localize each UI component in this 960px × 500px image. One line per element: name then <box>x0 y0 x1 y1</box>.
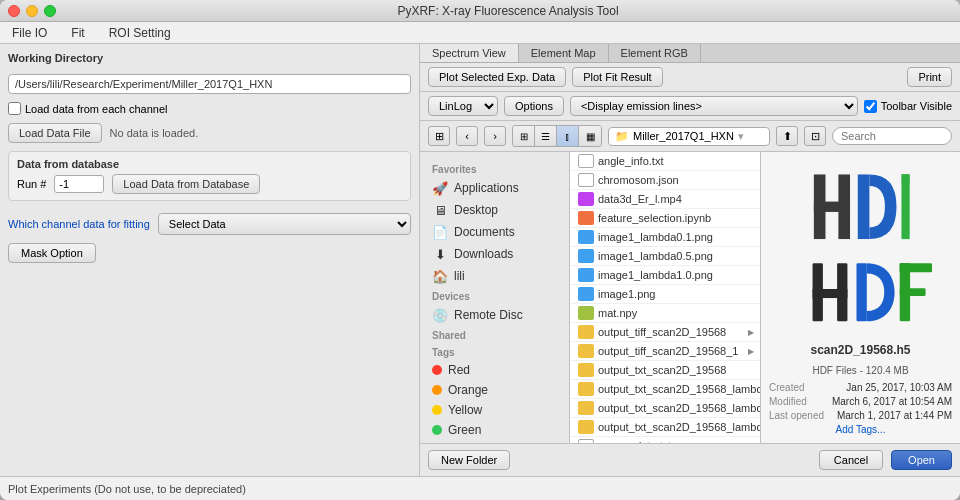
sidebar-item-remote-disc[interactable]: 💿 Remote Disc <box>420 304 569 326</box>
emission-select[interactable]: <Display emission lines> <box>570 96 858 116</box>
mask-option-btn[interactable]: Mask Option <box>8 243 96 263</box>
preview-last-opened-row: Last opened March 1, 2017 at 1:44 PM <box>769 410 952 421</box>
toolbar-visible-checkbox[interactable] <box>864 100 877 113</box>
list-item[interactable]: output_txt_scan2D_19568_lambda0.0 <box>570 380 760 399</box>
list-item[interactable]: param_data.txt <box>570 437 760 443</box>
list-item[interactable]: output_tiff_scan2D_19568_1 <box>570 342 760 361</box>
file-icon <box>578 439 594 443</box>
print-btn[interactable]: Print <box>907 67 952 87</box>
file-dialog: ⊞ ‹ › ⊞ ☰ ⫿ ▦ 📁 Miller_2017Q1_HXN ▾ ⬆ <box>420 121 960 476</box>
sidebar-tag-orange[interactable]: Orange <box>420 380 569 400</box>
file-icon <box>578 192 594 206</box>
search-input[interactable] <box>832 127 952 145</box>
view-buttons: ⊞ ☰ ⫿ ▦ <box>512 125 602 147</box>
list-item[interactable]: output_txt_scan2D_19568_lambda0.1 <box>570 399 760 418</box>
options-btn[interactable]: Options <box>504 96 564 116</box>
sidebar-item-home[interactable]: 🏠 lili <box>420 265 569 287</box>
view-cover-btn[interactable]: ▦ <box>579 126 601 146</box>
view-icon-btn[interactable]: ⊞ <box>513 126 535 146</box>
run-label: Run # <box>17 178 46 190</box>
content-area: Working Directory Load data from each ch… <box>0 44 960 476</box>
preview-info: HDF Files - 120.4 MB Created Jan 25, 201… <box>769 365 952 435</box>
list-item[interactable]: chromosom.json <box>570 171 760 190</box>
location-bar: 📁 Miller_2017Q1_HXN ▾ <box>608 127 770 146</box>
menu-bar: File IO Fit ROI Setting <box>0 22 960 44</box>
file-icon <box>578 382 594 396</box>
load-channel-label: Load data from each channel <box>25 103 168 115</box>
tag-green-dot <box>432 425 442 435</box>
file-icon <box>578 306 594 320</box>
sidebar-desktop-label: Desktop <box>454 203 498 217</box>
nav-back-btn[interactable]: ‹ <box>456 126 478 146</box>
svg-rect-15 <box>899 288 925 296</box>
list-item[interactable]: output_txt_scan2D_19568_lambda0.5 <box>570 418 760 437</box>
list-item[interactable]: image1_lambda0.5.png <box>570 247 760 266</box>
load-db-btn[interactable]: Load Data from Database <box>112 174 260 194</box>
tab-element-map[interactable]: Element Map <box>519 44 609 62</box>
home-icon: 🏠 <box>432 268 448 284</box>
created-value: Jan 25, 2017, 10:03 AM <box>809 382 952 393</box>
file-area: Favorites 🚀 Applications 🖥 Desktop 📄 Doc… <box>420 152 960 443</box>
load-row: Load Data File No data is loaded. <box>8 123 411 143</box>
tag-orange-label: Orange <box>448 383 488 397</box>
load-data-btn[interactable]: Load Data File <box>8 123 102 143</box>
sidebar-item-documents[interactable]: 📄 Documents <box>420 221 569 243</box>
location-arrow: ▾ <box>738 130 744 143</box>
minimize-button[interactable] <box>26 5 38 17</box>
sidebar-item-downloads[interactable]: ⬇ Downloads <box>420 243 569 265</box>
list-item[interactable]: mat.npy <box>570 304 760 323</box>
favorites-label: Favorites <box>420 160 569 177</box>
location-text: Miller_2017Q1_HXN <box>633 130 734 142</box>
applications-icon: 🚀 <box>432 180 448 196</box>
svg-rect-7 <box>901 174 909 239</box>
tab-element-rgb[interactable]: Element RGB <box>609 44 701 62</box>
view-list-btn[interactable]: ☰ <box>535 126 557 146</box>
sidebar-item-applications[interactable]: 🚀 Applications <box>420 177 569 199</box>
cancel-btn[interactable]: Cancel <box>819 450 883 470</box>
sidebar-tag-green[interactable]: Green <box>420 420 569 440</box>
sidebar-remote-disc-label: Remote Disc <box>454 308 523 322</box>
plot-fit-btn[interactable]: Plot Fit Result <box>572 67 662 87</box>
linlog-select[interactable]: LinLog <box>428 96 498 116</box>
db-section: Data from database Run # Load Data from … <box>8 151 411 201</box>
run-input[interactable] <box>54 175 104 193</box>
spectrum-toolbar-row1: Plot Selected Exp. Data Plot Fit Result … <box>420 63 960 92</box>
list-item[interactable]: output_tiff_scan2D_19568 <box>570 323 760 342</box>
file-sidebar: Favorites 🚀 Applications 🖥 Desktop 📄 Doc… <box>420 152 570 443</box>
new-folder-btn[interactable]: New Folder <box>428 450 510 470</box>
new-window-btn[interactable]: ⊡ <box>804 126 826 146</box>
tag-orange-dot <box>432 385 442 395</box>
nav-forward-btn[interactable]: › <box>484 126 506 146</box>
list-item[interactable]: feature_selection.ipynb <box>570 209 760 228</box>
tab-spectrum-view[interactable]: Spectrum View <box>420 44 519 62</box>
list-item[interactable]: image1.png <box>570 285 760 304</box>
sidebar-tag-red[interactable]: Red <box>420 360 569 380</box>
sidebar-tag-yellow[interactable]: Yellow <box>420 400 569 420</box>
open-btn[interactable]: Open <box>891 450 952 470</box>
list-item[interactable]: image1_lambda0.1.png <box>570 228 760 247</box>
plot-selected-btn[interactable]: Plot Selected Exp. Data <box>428 67 566 87</box>
view-column-btn[interactable]: ⫿ <box>557 126 579 146</box>
sidebar-item-desktop[interactable]: 🖥 Desktop <box>420 199 569 221</box>
directory-path-input[interactable] <box>8 74 411 94</box>
last-opened-value: March 1, 2017 at 1:44 PM <box>828 410 952 421</box>
main-window: PyXRF: X-ray Fluorescence Analysis Tool … <box>0 0 960 500</box>
channel-select[interactable]: Select Data <box>158 213 411 235</box>
list-item[interactable]: image1_lambda1.0.png <box>570 266 760 285</box>
file-icon <box>578 420 594 434</box>
remote-disc-icon: 💿 <box>432 307 448 323</box>
add-tags-link[interactable]: Add Tags... <box>836 424 886 435</box>
menu-roi-setting[interactable]: ROI Setting <box>105 24 175 42</box>
load-channel-checkbox[interactable] <box>8 102 21 115</box>
menu-fit[interactable]: Fit <box>67 24 88 42</box>
close-button[interactable] <box>8 5 20 17</box>
list-item[interactable]: data3d_Er_l.mp4 <box>570 190 760 209</box>
list-item[interactable]: output_txt_scan2D_19568 <box>570 361 760 380</box>
modified-label: Modified <box>769 396 807 407</box>
maximize-button[interactable] <box>44 5 56 17</box>
left-panel: Working Directory Load data from each ch… <box>0 44 420 476</box>
share-btn[interactable]: ⬆ <box>776 126 798 146</box>
nav-grid-btn[interactable]: ⊞ <box>428 126 450 146</box>
list-item[interactable]: angle_info.txt <box>570 152 760 171</box>
menu-file-io[interactable]: File IO <box>8 24 51 42</box>
